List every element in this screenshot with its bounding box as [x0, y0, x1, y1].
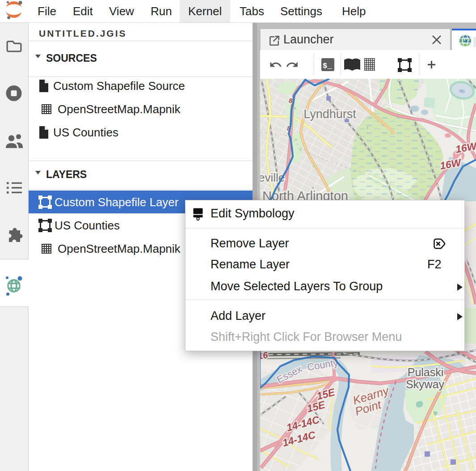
svg-text:Skyway: Skyway	[406, 378, 445, 390]
svg-text:Pulaski: Pulaski	[408, 366, 444, 378]
svg-text:8: 8	[289, 97, 293, 104]
svg-text:$_: $_	[323, 62, 332, 70]
svg-text:Lyndhurst: Lyndhurst	[303, 107, 356, 121]
svg-text:eville: eville	[260, 171, 285, 184]
